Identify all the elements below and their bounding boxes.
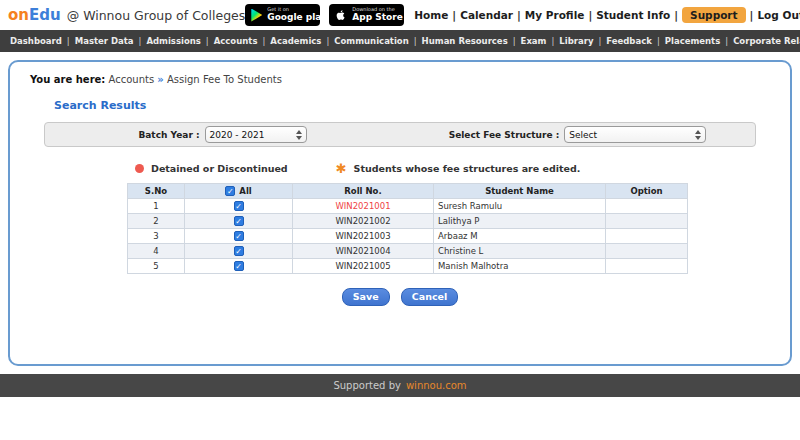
app-store-badge[interactable]: Download on the App Store [329, 4, 404, 26]
cell-student-name: Manish Malhotra [434, 259, 606, 274]
top-header: onEdu @ Winnou Group of Colleges Get it … [0, 0, 800, 30]
batch-year-select[interactable]: 2020 - 2021 [205, 126, 307, 143]
cell-sno: 1 [128, 199, 185, 214]
nav-dashboard[interactable]: Dashboard [10, 36, 75, 46]
table-row: 3 WIN2021003 Arbaaz M [128, 229, 688, 244]
main-navbar: Dashboard Master Data Admissions Account… [0, 30, 800, 52]
detained-dot-icon [135, 164, 144, 173]
nav-admissions[interactable]: Admissions [146, 36, 213, 46]
table-row: 5 WIN2021005 Manish Malhotra [128, 259, 688, 274]
cell-student-name: Christine L [434, 244, 606, 259]
link-home[interactable]: Home [414, 9, 460, 21]
cell-sno: 4 [128, 244, 185, 259]
table-row: 1 WIN2021001 Suresh Ramulu [128, 199, 688, 214]
nav-master-data[interactable]: Master Data [75, 36, 147, 46]
legend: Detained or Discontinued ✱ Students whos… [135, 162, 790, 175]
cell-sno: 2 [128, 214, 185, 229]
cell-roll-no: WIN2021003 [293, 229, 434, 244]
nav-corporate-relations[interactable]: Corporate Relations [733, 36, 800, 46]
batch-year-filter: Batch Year : 2020 - 2021 [45, 126, 400, 143]
row-checkbox[interactable] [234, 216, 244, 226]
nav-feedback[interactable]: Feedback [606, 36, 664, 46]
select-all-checkbox[interactable] [225, 186, 235, 196]
cell-roll-no: WIN2021002 [293, 214, 434, 229]
table-row: 4 WIN2021004 Christine L [128, 244, 688, 259]
cell-roll-no: WIN2021004 [293, 244, 434, 259]
fee-structure-filter: Select Fee Structure : Select [400, 126, 755, 143]
cell-option [606, 259, 688, 274]
store-badges: Get it on Google play Download on the Ap… [245, 4, 404, 26]
footer-text: Supported by [333, 380, 400, 391]
link-calendar[interactable]: Calendar [460, 9, 525, 21]
cell-checkbox [185, 259, 293, 274]
nav-exam[interactable]: Exam [521, 36, 560, 46]
nav-academics[interactable]: Academics [270, 36, 334, 46]
institution-title: @ Winnou Group of Colleges [67, 8, 246, 23]
col-header-all: All [185, 184, 293, 199]
fee-structure-select[interactable]: Select [564, 126, 706, 143]
batch-year-selected-value: 2020 - 2021 [210, 130, 265, 140]
students-table: S.No All Roll No. Student Name Option 1 … [127, 183, 688, 274]
cell-checkbox [185, 199, 293, 214]
footer-bar: Supported by winnou.com [0, 374, 800, 397]
nav-accounts[interactable]: Accounts [214, 36, 271, 46]
select-arrows-icon [695, 130, 701, 140]
row-checkbox[interactable] [234, 231, 244, 241]
link-log-out[interactable]: Log Out [757, 9, 800, 21]
cell-checkbox [185, 244, 293, 259]
filter-bar: Batch Year : 2020 - 2021 Select Fee Stru… [44, 122, 756, 147]
cell-option [606, 229, 688, 244]
action-buttons: Save Cancel [10, 285, 790, 306]
col-header-sno: S.No [128, 184, 185, 199]
page-title: Search Results [54, 99, 790, 112]
breadcrumb: You are here: Accounts » Assign Fee To S… [10, 62, 790, 85]
google-play-icon [251, 9, 262, 22]
nav-library[interactable]: Library [559, 36, 606, 46]
nav-placements[interactable]: Placements [665, 36, 733, 46]
nav-communication[interactable]: Communication [334, 36, 421, 46]
cell-roll-no: WIN2021001 [293, 199, 434, 214]
breadcrumb-separator: » [157, 74, 163, 85]
breadcrumb-section-accounts[interactable]: Accounts [109, 74, 155, 85]
google-play-badge[interactable]: Get it on Google play [245, 4, 320, 26]
batch-year-label: Batch Year : [138, 130, 199, 140]
detained-legend-label: Detained or Discontinued [151, 163, 288, 174]
row-checkbox[interactable] [234, 201, 244, 211]
col-header-option: Option [606, 184, 688, 199]
link-my-profile[interactable]: My Profile [525, 9, 596, 21]
cell-student-name: Arbaaz M [434, 229, 606, 244]
select-arrows-icon [296, 130, 302, 140]
cell-student-name: Lalithya P [434, 214, 606, 229]
col-header-name: Student Name [434, 184, 606, 199]
fee-structure-selected-value: Select [569, 130, 597, 140]
apple-icon [335, 8, 347, 22]
logo-text-on: on [8, 6, 29, 24]
row-checkbox[interactable] [234, 246, 244, 256]
footer-winnou-link[interactable]: winnou.com [406, 380, 467, 391]
content-panel: You are here: Accounts » Assign Fee To S… [8, 60, 792, 366]
cancel-button[interactable]: Cancel [401, 288, 458, 306]
row-checkbox[interactable] [234, 261, 244, 271]
edited-legend-label: Students whose fee structures are edited… [354, 163, 581, 174]
logo-text-edu: Edu [29, 6, 61, 24]
link-student-info[interactable]: Student Info [596, 9, 682, 21]
cell-sno: 3 [128, 229, 185, 244]
cell-checkbox [185, 214, 293, 229]
link-support[interactable]: Support [682, 7, 757, 23]
cell-roll-no: WIN2021005 [293, 259, 434, 274]
cell-checkbox [185, 229, 293, 244]
col-header-roll: Roll No. [293, 184, 434, 199]
save-button[interactable]: Save [342, 288, 390, 306]
cell-student-name: Suresh Ramulu [434, 199, 606, 214]
cell-option [606, 199, 688, 214]
cell-sno: 5 [128, 259, 185, 274]
header-links: Home Calendar My Profile Student Info Su… [414, 7, 800, 23]
table-header-row: S.No All Roll No. Student Name Option [128, 184, 688, 199]
onedu-logo[interactable]: onEdu [8, 6, 61, 24]
cell-option [606, 244, 688, 259]
breadcrumb-prefix: You are here: [30, 74, 105, 85]
cell-option [606, 214, 688, 229]
fee-structure-label: Select Fee Structure : [449, 130, 560, 140]
nav-human-resources[interactable]: Human Resources [422, 36, 521, 46]
table-row: 2 WIN2021002 Lalithya P [128, 214, 688, 229]
